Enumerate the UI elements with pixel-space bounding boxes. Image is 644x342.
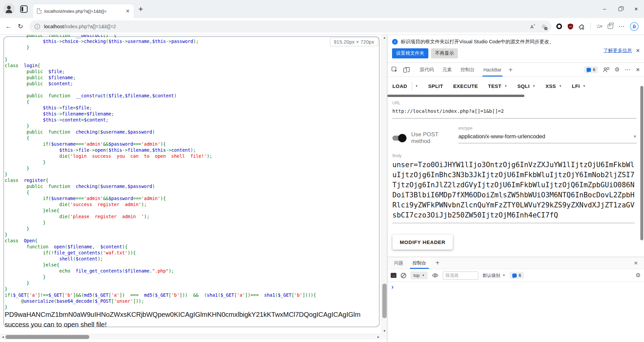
log-level-selector[interactable]: 默认级别▼ [483,273,505,279]
console-output[interactable]: › [387,282,644,342]
body-field[interactable]: unser=Tzo0OiJHYW1lIjo3OntzOjg6InVzZXJuYW… [392,160,635,223]
dont-show-again-button[interactable]: 不再显示 [431,48,458,58]
vertical-scrollbar-thumb[interactable] [382,284,387,318]
code-line: shell($content); [5,256,316,262]
back-button[interactable]: ← [5,23,12,30]
clear-console-icon[interactable] [401,273,406,278]
devtools-tab-源代码[interactable]: 源代码 [415,63,438,77]
console-filter-input[interactable]: 筛选器 [443,272,478,280]
horizontal-scrollbar[interactable]: ◄ ► [0,334,381,340]
context-selector[interactable]: top▼ [411,272,428,279]
code-line: }else{ [5,207,316,213]
code-line: public function checking($username,$pass… [5,183,316,189]
console-tab-控制台[interactable]: 控制台 [408,257,431,269]
workspaces-icon[interactable] [20,5,28,13]
code-line: class register{ [5,177,316,183]
notification-text: 标识项目的根文件夹以打开Visual Studio Code中的源文件并同步更改… [401,39,554,45]
code-line: class Open{ [5,238,316,244]
maximize-button[interactable] [612,0,628,18]
modify-header-button[interactable]: MODIFY HEADER [392,235,453,250]
code-line: die('please register admin '); [5,213,316,219]
code-line: } [5,56,316,62]
feedback-icon[interactable] [603,67,609,73]
site-info-icon[interactable]: i [35,24,40,29]
code-line: if($_GET['a']!==$_GET['b']&&(md5($_GET['… [5,292,316,298]
hackbar-menu-execute[interactable]: EXECUTE [453,83,478,89]
page-icon [37,8,41,14]
profile-icon[interactable] [3,3,15,15]
console-prompt-icon[interactable]: › [391,283,394,290]
favorites-icon[interactable]: ☆≡ [596,23,602,29]
issues-bubble-icon [587,68,591,72]
devtools-tab-HackBar[interactable]: HackBar [479,63,506,77]
code-line [5,50,316,56]
extension-ring-icon[interactable] [556,23,562,29]
code-line: if(!file_get_contents('waf.txt')){ [5,250,316,256]
bing-copilot-icon[interactable]: b [630,22,639,31]
code-line: $this->choice->checking($this->username,… [5,38,316,44]
hackbar-menu-split[interactable]: SPLIT [428,83,443,89]
vertical-scrollbar[interactable]: ▲ ▼ [381,35,387,334]
code-line: }else{ [5,262,316,268]
console-issues-counter[interactable]: 6 [510,272,524,279]
hackbar-menu-sqli[interactable]: SQLI▼ [517,83,535,89]
hackbar-menu-xss[interactable]: XSS▼ [546,83,562,89]
tab-close-icon[interactable]: ✕ [126,9,130,13]
browser-toolbar: ← ↻ i localhost/index.php?a[]=1&b[]=2 A⁾… [0,18,644,35]
hackbar-menu-load[interactable]: LOAD▼ [392,82,418,90]
page-viewport: public function __destruct() { $this->ch… [0,35,387,342]
scroll-down-icon[interactable]: ▼ [382,328,387,334]
minimize-button[interactable]: ─ [597,0,612,18]
devtools-close-icon[interactable]: ✕ [636,67,640,73]
settings-more-icon[interactable]: ⋯ [618,23,625,30]
notification-close-icon[interactable]: ✕ [636,48,640,54]
enctype-select[interactable]: application/x-www-form-urlencoded ▼ [458,131,637,143]
console-tabbar: 问题控制台 + ✕ [387,257,644,269]
devtools-settings-icon[interactable]: ⚙ [614,67,619,72]
devtools-scrollbar-thumb[interactable] [640,86,643,240]
console-close-icon[interactable]: ✕ [634,257,644,269]
address-bar[interactable]: i localhost/index.php?a[]=1&b[]=2 A⁾⁾ ☆+ [29,20,552,33]
url-field[interactable]: http://localhost/index.php?a[]=1&b[]=2 [392,105,637,118]
code-line: die('login success you can to open shell… [5,153,316,159]
scroll-right-icon[interactable]: ► [376,334,381,340]
ublock-shield-icon[interactable]: uO [567,23,573,30]
hackbar-scrollbar-thumb[interactable] [387,95,524,97]
close-window-button[interactable]: ✕ [628,0,644,18]
device-toolbar-icon[interactable] [403,67,410,73]
scroll-up-icon[interactable]: ▲ [382,35,387,41]
code-line: } [5,123,316,129]
console-sidebar-icon[interactable]: → [391,273,396,278]
devtools-tab-控制台[interactable]: 控制台 [456,63,479,77]
hackbar-menu-test[interactable]: TEST▼ [488,83,507,89]
code-line: } [5,165,316,171]
url-path: /index.php?a[]=1&b[]=2 [64,23,116,29]
browser-tab[interactable]: localhost/index.php?a[]=1&b[]= ✕ [33,4,134,18]
code-line: public function checking($username,$pass… [5,129,316,135]
console-tab-问题[interactable]: 问题 [389,257,408,269]
add-favorite-icon[interactable]: ☆+ [541,23,546,29]
set-root-folder-button[interactable]: 设置根文件夹 [392,48,428,58]
code-line: { [5,135,316,141]
console-settings-icon[interactable]: ⚙ [636,273,641,278]
new-tab-button[interactable]: + [138,5,143,13]
learn-more-link[interactable]: 了解更多信息 [603,48,632,54]
horizontal-scrollbar-thumb[interactable] [5,335,89,339]
devtools-tab-元素[interactable]: 元素 [438,63,456,77]
scroll-left-icon[interactable]: ◄ [0,334,6,340]
devtools-more-icon[interactable]: ⋯ [625,66,631,73]
live-expression-eye-icon[interactable] [432,273,438,278]
console-more-tabs-icon[interactable]: + [431,257,444,269]
refresh-button[interactable]: ↻ [18,23,23,30]
read-aloud-icon[interactable]: A⁾⁾ [530,23,535,30]
more-tabs-icon[interactable]: + [509,66,513,74]
post-method-toggle[interactable]: Use POST method [392,131,458,145]
inspect-icon[interactable] [391,66,398,73]
php-source-code: public function __destruct() { $this->ch… [5,35,316,310]
extensions-puzzle-icon[interactable] [579,23,585,30]
collections-icon[interactable] [608,24,613,29]
toggle-switch-icon[interactable] [392,136,405,141]
issues-counter[interactable]: 6 [584,66,598,73]
code-line: echo file_get_contents($filename.".php")… [5,268,316,274]
hackbar-menu-lfi[interactable]: LFI▼ [572,83,586,89]
